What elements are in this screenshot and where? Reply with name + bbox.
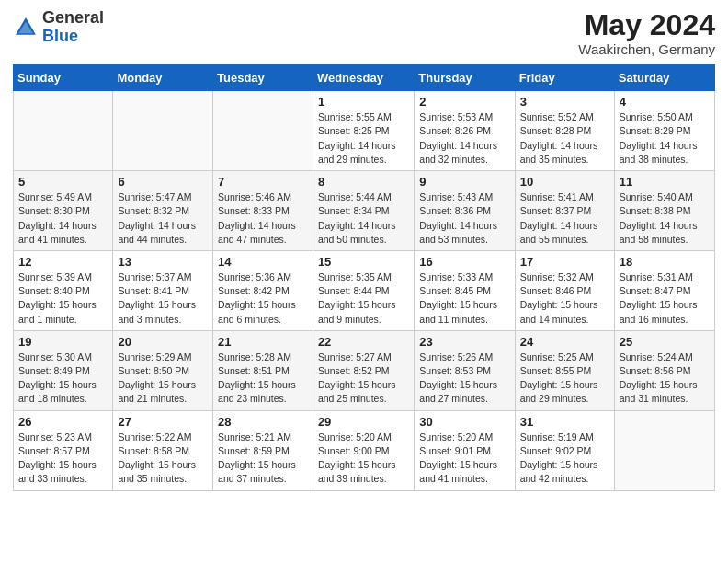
day-number: 18 bbox=[620, 255, 710, 269]
calendar-cell: 25Sunrise: 5:24 AM Sunset: 8:56 PM Dayli… bbox=[614, 330, 714, 410]
day-number: 5 bbox=[18, 175, 108, 189]
day-info: Sunrise: 5:23 AM Sunset: 8:57 PM Dayligh… bbox=[18, 431, 108, 487]
day-info: Sunrise: 5:25 AM Sunset: 8:55 PM Dayligh… bbox=[520, 350, 609, 407]
day-number: 7 bbox=[218, 175, 308, 189]
calendar-cell bbox=[213, 91, 313, 171]
location: Waakirchen, Germany bbox=[578, 41, 715, 57]
logo: General Blue bbox=[13, 9, 104, 46]
day-number: 29 bbox=[318, 415, 409, 429]
calendar-cell: 8Sunrise: 5:44 AM Sunset: 8:34 PM Daylig… bbox=[313, 171, 414, 251]
calendar-cell bbox=[14, 91, 113, 171]
calendar-table: Sunday Monday Tuesday Wednesday Thursday… bbox=[13, 64, 715, 490]
day-info: Sunrise: 5:29 AM Sunset: 8:50 PM Dayligh… bbox=[118, 350, 208, 407]
day-number: 27 bbox=[118, 415, 208, 429]
day-info: Sunrise: 5:36 AM Sunset: 8:42 PM Dayligh… bbox=[218, 270, 308, 327]
calendar-cell: 5Sunrise: 5:49 AM Sunset: 8:30 PM Daylig… bbox=[14, 171, 113, 251]
col-thursday: Thursday bbox=[415, 65, 515, 91]
calendar-cell: 15Sunrise: 5:35 AM Sunset: 8:44 PM Dayli… bbox=[313, 250, 414, 330]
day-number: 25 bbox=[620, 335, 710, 349]
day-info: Sunrise: 5:35 AM Sunset: 8:44 PM Dayligh… bbox=[318, 270, 409, 327]
day-number: 16 bbox=[419, 255, 509, 269]
day-number: 15 bbox=[318, 255, 409, 269]
calendar-week-row-3: 12Sunrise: 5:39 AM Sunset: 8:40 PM Dayli… bbox=[14, 250, 715, 330]
calendar-cell: 6Sunrise: 5:47 AM Sunset: 8:32 PM Daylig… bbox=[113, 171, 213, 251]
day-info: Sunrise: 5:31 AM Sunset: 8:47 PM Dayligh… bbox=[620, 270, 710, 327]
calendar-header-row: Sunday Monday Tuesday Wednesday Thursday… bbox=[14, 65, 715, 91]
day-number: 8 bbox=[318, 175, 409, 189]
day-info: Sunrise: 5:26 AM Sunset: 8:53 PM Dayligh… bbox=[419, 350, 509, 407]
calendar-cell: 7Sunrise: 5:46 AM Sunset: 8:33 PM Daylig… bbox=[213, 171, 313, 251]
day-number: 30 bbox=[419, 415, 509, 429]
day-info: Sunrise: 5:50 AM Sunset: 8:29 PM Dayligh… bbox=[620, 110, 710, 167]
calendar-cell: 23Sunrise: 5:26 AM Sunset: 8:53 PM Dayli… bbox=[415, 330, 515, 410]
day-info: Sunrise: 5:19 AM Sunset: 9:02 PM Dayligh… bbox=[520, 431, 609, 487]
col-friday: Friday bbox=[515, 65, 614, 91]
logo-general: General bbox=[42, 8, 104, 27]
day-info: Sunrise: 5:21 AM Sunset: 8:59 PM Dayligh… bbox=[218, 431, 308, 487]
day-number: 10 bbox=[520, 175, 609, 189]
day-info: Sunrise: 5:39 AM Sunset: 8:40 PM Dayligh… bbox=[18, 270, 108, 327]
day-number: 28 bbox=[218, 415, 308, 429]
day-info: Sunrise: 5:40 AM Sunset: 8:38 PM Dayligh… bbox=[620, 190, 710, 247]
day-number: 9 bbox=[419, 175, 509, 189]
col-monday: Monday bbox=[113, 65, 213, 91]
day-number: 22 bbox=[318, 335, 409, 349]
day-info: Sunrise: 5:55 AM Sunset: 8:25 PM Dayligh… bbox=[318, 110, 409, 167]
day-info: Sunrise: 5:30 AM Sunset: 8:49 PM Dayligh… bbox=[18, 350, 108, 407]
calendar-cell: 4Sunrise: 5:50 AM Sunset: 8:29 PM Daylig… bbox=[614, 91, 714, 171]
day-number: 11 bbox=[620, 175, 710, 189]
day-info: Sunrise: 5:22 AM Sunset: 8:58 PM Dayligh… bbox=[118, 431, 208, 487]
calendar-cell: 24Sunrise: 5:25 AM Sunset: 8:55 PM Dayli… bbox=[515, 330, 614, 410]
calendar-cell bbox=[614, 410, 714, 490]
calendar-week-row-5: 26Sunrise: 5:23 AM Sunset: 8:57 PM Dayli… bbox=[14, 410, 715, 490]
col-sunday: Sunday bbox=[14, 65, 113, 91]
day-info: Sunrise: 5:28 AM Sunset: 8:51 PM Dayligh… bbox=[218, 350, 308, 407]
day-number: 24 bbox=[520, 335, 609, 349]
day-number: 21 bbox=[218, 335, 308, 349]
header: General Blue May 2024 Waakirchen, German… bbox=[13, 9, 715, 57]
day-number: 13 bbox=[118, 255, 208, 269]
day-number: 31 bbox=[520, 415, 609, 429]
title-block: May 2024 Waakirchen, Germany bbox=[578, 9, 715, 57]
day-number: 23 bbox=[419, 335, 509, 349]
calendar-cell: 17Sunrise: 5:32 AM Sunset: 8:46 PM Dayli… bbox=[515, 250, 614, 330]
day-number: 14 bbox=[218, 255, 308, 269]
calendar-cell: 28Sunrise: 5:21 AM Sunset: 8:59 PM Dayli… bbox=[213, 410, 313, 490]
day-number: 20 bbox=[118, 335, 208, 349]
page: General Blue May 2024 Waakirchen, German… bbox=[0, 0, 728, 563]
calendar-week-row-4: 19Sunrise: 5:30 AM Sunset: 8:49 PM Dayli… bbox=[14, 330, 715, 410]
calendar-cell: 10Sunrise: 5:41 AM Sunset: 8:37 PM Dayli… bbox=[515, 171, 614, 251]
calendar-cell: 29Sunrise: 5:20 AM Sunset: 9:00 PM Dayli… bbox=[313, 410, 414, 490]
day-info: Sunrise: 5:44 AM Sunset: 8:34 PM Dayligh… bbox=[318, 190, 409, 247]
day-number: 26 bbox=[18, 415, 108, 429]
logo-blue: Blue bbox=[42, 27, 78, 45]
day-info: Sunrise: 5:47 AM Sunset: 8:32 PM Dayligh… bbox=[118, 190, 208, 247]
day-number: 17 bbox=[520, 255, 609, 269]
day-number: 19 bbox=[18, 335, 108, 349]
day-info: Sunrise: 5:20 AM Sunset: 9:01 PM Dayligh… bbox=[419, 431, 509, 487]
day-info: Sunrise: 5:52 AM Sunset: 8:28 PM Dayligh… bbox=[520, 110, 609, 167]
day-info: Sunrise: 5:27 AM Sunset: 8:52 PM Dayligh… bbox=[318, 350, 409, 407]
col-wednesday: Wednesday bbox=[313, 65, 414, 91]
day-info: Sunrise: 5:53 AM Sunset: 8:26 PM Dayligh… bbox=[419, 110, 509, 167]
calendar-cell: 26Sunrise: 5:23 AM Sunset: 8:57 PM Dayli… bbox=[14, 410, 113, 490]
day-info: Sunrise: 5:43 AM Sunset: 8:36 PM Dayligh… bbox=[419, 190, 509, 247]
day-info: Sunrise: 5:46 AM Sunset: 8:33 PM Dayligh… bbox=[218, 190, 308, 247]
calendar-cell: 1Sunrise: 5:55 AM Sunset: 8:25 PM Daylig… bbox=[313, 91, 414, 171]
calendar-cell: 20Sunrise: 5:29 AM Sunset: 8:50 PM Dayli… bbox=[113, 330, 213, 410]
calendar-cell: 19Sunrise: 5:30 AM Sunset: 8:49 PM Dayli… bbox=[14, 330, 113, 410]
day-info: Sunrise: 5:32 AM Sunset: 8:46 PM Dayligh… bbox=[520, 270, 609, 327]
month-year: May 2024 bbox=[578, 9, 715, 41]
calendar-week-row-2: 5Sunrise: 5:49 AM Sunset: 8:30 PM Daylig… bbox=[14, 171, 715, 251]
logo-icon bbox=[13, 15, 39, 40]
day-number: 6 bbox=[118, 175, 208, 189]
calendar-cell: 12Sunrise: 5:39 AM Sunset: 8:40 PM Dayli… bbox=[14, 250, 113, 330]
calendar-cell: 27Sunrise: 5:22 AM Sunset: 8:58 PM Dayli… bbox=[113, 410, 213, 490]
calendar-cell: 22Sunrise: 5:27 AM Sunset: 8:52 PM Dayli… bbox=[313, 330, 414, 410]
calendar-cell: 3Sunrise: 5:52 AM Sunset: 8:28 PM Daylig… bbox=[515, 91, 614, 171]
calendar-cell: 9Sunrise: 5:43 AM Sunset: 8:36 PM Daylig… bbox=[415, 171, 515, 251]
day-info: Sunrise: 5:33 AM Sunset: 8:45 PM Dayligh… bbox=[419, 270, 509, 327]
day-number: 4 bbox=[620, 95, 710, 109]
calendar-cell: 21Sunrise: 5:28 AM Sunset: 8:51 PM Dayli… bbox=[213, 330, 313, 410]
calendar-cell: 18Sunrise: 5:31 AM Sunset: 8:47 PM Dayli… bbox=[614, 250, 714, 330]
